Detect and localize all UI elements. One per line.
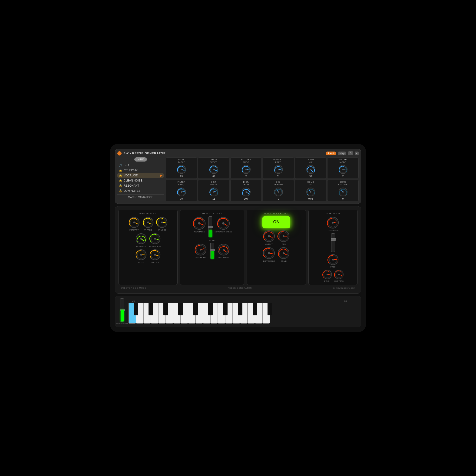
comb-mix-value: 0.03 (308, 198, 313, 200)
preset-item-clean-noise[interactable]: 🔒 CLEAN NOISE (117, 178, 164, 183)
svg-point-65 (200, 249, 202, 251)
filter-freq-knob[interactable] (176, 187, 187, 197)
movement-speed-label: MOVEMENT SPEED (215, 231, 232, 233)
comb-cutoff-knob[interactable] (338, 187, 348, 197)
top-panel: SW - REESE GENERATOR Rand Map ↻ ▪ NEW 🎵 … (115, 149, 361, 204)
black-key-fs5[interactable] (163, 303, 168, 315)
notch2-freq-knob[interactable] (273, 164, 284, 174)
black-key-gs6[interactable] (253, 303, 257, 315)
preset-icon: 🔒 (119, 179, 122, 182)
knob-row-1: WAVETABLE 63 PHASESPEED (166, 157, 359, 179)
knob-cell-comb-mix: COMBMIX 0.03 (295, 180, 326, 201)
filter-mode-value: 30 (342, 175, 344, 178)
formant-knob[interactable] (128, 216, 140, 228)
wavetable-large-knob[interactable] (192, 216, 206, 230)
f-mode-knob[interactable] (156, 216, 168, 228)
svg-point-86 (332, 259, 334, 261)
wave-table-knob[interactable] (176, 164, 187, 174)
dist-drive-large-knob[interactable] (217, 243, 230, 256)
dist-drive-knob[interactable] (241, 187, 251, 197)
preset-item-brat[interactable]: 🎵 BRAT (117, 163, 164, 168)
disperser-knob[interactable] (273, 187, 284, 197)
filter-mix-knob[interactable] (306, 164, 316, 174)
black-key-cs6[interactable] (208, 303, 213, 315)
notch2-knob[interactable] (149, 249, 161, 261)
add-tops-knob[interactable] (334, 269, 344, 280)
preset-name: VOCALOID (124, 174, 159, 177)
comb-mix-knob[interactable] (306, 187, 316, 197)
dist-drive-label: DIST.DRIVE (242, 181, 249, 186)
f-mode-knob-item: (F) MODE (156, 216, 168, 231)
preset-name: BRAT (124, 164, 162, 167)
pitch-bend-label: PITCH BEND (117, 323, 128, 325)
black-key-as5[interactable] (193, 303, 198, 315)
main-filters-section: MAIN FILTERS FORMANT (118, 210, 178, 285)
glide-slider[interactable] (208, 216, 212, 237)
preset-name: LOW NOTES (124, 189, 162, 192)
dist-mode-large-knob[interactable] (194, 243, 207, 256)
knob-grid: WAVETABLE 63 PHASESPEED (166, 157, 359, 201)
dist-drive-large-knob-item: DIST DRIVE (217, 243, 230, 259)
freq-synth-knob[interactable] (327, 254, 339, 265)
refresh-button[interactable]: ↻ (348, 151, 353, 155)
disperser-slider-thumb[interactable] (331, 238, 336, 240)
notch-knob[interactable] (135, 249, 147, 261)
wavetable-large-label: WAVETABLE (194, 231, 204, 233)
black-key-gs5[interactable] (178, 303, 183, 315)
svg-point-8 (245, 169, 247, 170)
svg-point-5 (213, 169, 215, 170)
knob-cell-comb-cutoff: COMBCUTOFF 0 (327, 180, 359, 201)
cutoff-knob[interactable] (263, 230, 275, 243)
preset-item-low-notes[interactable]: 🔒 LOW NOTES (117, 188, 164, 193)
pitch-bend-slider[interactable] (120, 298, 124, 322)
comb-mix-label: COMBMIX (307, 181, 314, 186)
glide-slider2-thumb[interactable] (210, 249, 215, 251)
dist-mode-knob[interactable] (209, 187, 219, 197)
movement-speed-knob[interactable] (216, 216, 230, 230)
svg-point-38 (133, 221, 135, 223)
notch1-freq-knob[interactable] (241, 164, 251, 174)
rand-button[interactable]: Rand (326, 152, 336, 155)
comb-mix-synth-knob[interactable] (135, 233, 147, 245)
preset-item-vocaloid[interactable]: 🔒 VOCALOID ▶ (117, 173, 164, 178)
drive-mode-knob[interactable] (263, 247, 275, 260)
save-button[interactable]: ▪ (355, 152, 359, 155)
wave-table-label: WAVETABLE (178, 158, 185, 164)
on-button[interactable]: ON (262, 216, 290, 228)
disperser-slider[interactable] (331, 233, 335, 252)
wave-table-value: 63 (180, 175, 183, 178)
disperser-synth-knob[interactable] (326, 216, 339, 229)
svg-point-20 (181, 191, 182, 193)
dist-mode-large-label: DIST MODE (195, 257, 206, 259)
pinch-label: PINCH (324, 280, 330, 282)
f-freq-knob[interactable] (142, 216, 154, 228)
map-button[interactable]: Map (338, 152, 346, 155)
preset-item-crunchy[interactable]: 🔒 CRUNCHY (117, 168, 164, 173)
phase-speed-knob[interactable] (209, 164, 219, 174)
glide-slider2[interactable] (210, 243, 214, 259)
new-preset-button[interactable]: NEW (134, 157, 147, 162)
black-key-cs5[interactable] (134, 303, 138, 315)
drive-knob[interactable] (277, 247, 290, 260)
black-key-fs6[interactable] (238, 303, 242, 315)
pinch-knob[interactable] (322, 269, 332, 280)
preset-item-resonant[interactable]: 🔒 RESONANT (117, 183, 164, 188)
black-key-as6[interactable] (268, 303, 272, 315)
top-panel-body: NEW 🎵 BRAT 🔒 CRUNCHY 🔒 VOCALOID ▶ 🔒 CLEA… (117, 157, 359, 201)
macro-variations-label: MACRO VARIATIONS (117, 195, 164, 199)
comb-freq-knob[interactable] (149, 233, 161, 245)
comb-freq-label: COMB FREQ (149, 245, 160, 248)
black-key-ds6[interactable] (223, 303, 228, 315)
preset-name: CRUNCHY (124, 169, 162, 172)
black-key-ds5[interactable] (149, 303, 153, 315)
res-knob[interactable] (277, 230, 290, 243)
notch-knob-item: NOTCH (135, 249, 147, 264)
phase-speed-value: 67 (212, 175, 215, 178)
main-container: SW - REESE GENERATOR Rand Map ↻ ▪ NEW 🎵 … (110, 144, 366, 332)
glide-slider-thumb[interactable] (208, 226, 213, 228)
filter-mode-knob[interactable] (338, 164, 348, 174)
preset-icon: 🔒 (119, 169, 122, 172)
f-freq-knob-item: (F) FREQ (142, 216, 154, 231)
movement-speed-knob-item: MOVEMENT SPEED (215, 216, 232, 237)
dist-drive-large-label: DIST DRIVE (219, 257, 229, 259)
